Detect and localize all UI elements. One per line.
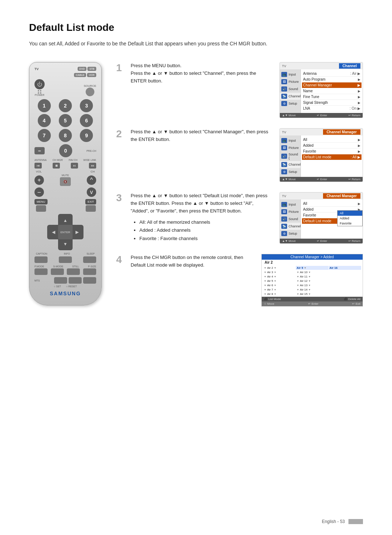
power-button[interactable]: ⏻: [34, 79, 45, 89]
rew-btn[interactable]: ⏮: [34, 163, 42, 169]
grid-cell: ▼ Air 2 ▼: [263, 266, 295, 270]
num-3-btn[interactable]: 3: [80, 99, 93, 112]
grid-cell: Air 9 ▼: [296, 266, 328, 270]
wise-link-label: WISE LINK: [83, 159, 96, 161]
ch-down-btn[interactable]: v: [87, 187, 96, 197]
bullet-added: Added : Added channels: [139, 226, 273, 234]
tv-main-2: All▶ Added▶ Favorite▶ Default List mode:…: [301, 135, 363, 177]
cm-favorite: Favorite▶: [303, 149, 360, 154]
menu-name: Name▶: [303, 88, 360, 94]
vol-down-row: – v: [34, 187, 96, 197]
pmode-btns: [34, 268, 96, 275]
main-layout: TV DVD STB CABLE VCR ⏻: [29, 62, 363, 307]
page-footer: English - 53: [322, 519, 363, 524]
tv-main-1: Antenna: Air ▶ Auto Program▶ Channel Man…: [301, 69, 363, 113]
play-pause-btn[interactable]: ⏯: [71, 163, 78, 169]
tv-body-3: 📺 Input 🖼 Picture 🔊 Sound: [280, 199, 363, 239]
sidebar-channel-active: 📡 Channel: [280, 93, 301, 100]
info-btn[interactable]: [59, 256, 72, 263]
cable-btn[interactable]: CABLE: [74, 73, 86, 77]
smode-btn[interactable]: [51, 268, 64, 275]
page-number: English - 53: [322, 519, 345, 524]
mute-row: + MUTE 🔇 ^: [34, 174, 96, 186]
srs-btn[interactable]: [69, 277, 82, 284]
zero-row: – 0 PRE-CH: [34, 144, 96, 157]
sleep-label: SLEEP: [86, 252, 95, 255]
mts-srs-btns: [54, 277, 96, 284]
sidebar-sound-2: 🔊 Sound {: [280, 151, 301, 161]
step-3: 3 Press the ▲ or ▼ button to select "Def…: [116, 192, 363, 244]
num-5-btn[interactable]: 5: [59, 114, 72, 127]
input-icon-2: 📺: [281, 138, 287, 143]
num-0-btn[interactable]: 0: [59, 144, 72, 157]
power-dots: [38, 90, 41, 94]
step-2-number: 2: [116, 129, 124, 139]
vol-down-btn[interactable]: –: [34, 187, 44, 197]
dpad-right[interactable]: ▶: [71, 225, 83, 239]
sound-icon: 🔊: [281, 86, 287, 92]
menu-exit-row: MENU EXIT: [34, 199, 96, 212]
page-content: Default List mode You can set All, Added…: [0, 0, 392, 328]
sidebar-picture-2: 🖼 Picture: [280, 144, 301, 151]
source-button[interactable]: [86, 88, 94, 96]
picture-icon-3: 🖼: [281, 209, 287, 214]
step-3-content: Press the ▲ or ▼ button to select "Defau…: [131, 192, 273, 243]
ff-btn[interactable]: ⏭: [89, 163, 96, 169]
channel-icon-3: 📡: [281, 224, 287, 229]
menu-antenna: Antenna: Air ▶: [303, 71, 360, 77]
ch-up-btn[interactable]: ^: [87, 175, 96, 185]
tv-sidebar-3: 📺 Input 🖼 Picture 🔊 Sound: [280, 199, 301, 239]
num-8-btn[interactable]: 8: [59, 129, 72, 142]
menu-btn[interactable]: MENU: [34, 199, 48, 204]
psize-btn[interactable]: [83, 268, 96, 275]
smode-label: S-MODE: [53, 265, 63, 268]
num-1-btn[interactable]: 1: [38, 99, 51, 112]
tv-body-1: 📺 Input 🖼 Picture 🔊 Sound: [280, 69, 363, 113]
caption-btn[interactable]: [34, 256, 48, 263]
mute-btn[interactable]: 🔇: [60, 177, 71, 186]
grid-cell: ▼ Air 5 ▼: [263, 279, 295, 283]
remote-cable-vcr-row: CABLE VCR: [34, 73, 96, 77]
dropdown-added: Added: [338, 216, 362, 221]
exit-btn[interactable]: EXIT: [85, 199, 96, 204]
grid-cell: [329, 279, 361, 283]
pre-ch-label: PRE-CH: [86, 150, 96, 152]
step-1-number: 1: [116, 63, 124, 73]
tv-screen-4: Channel Manager > Added Air 2 ▼ Air 2 ▼ …: [261, 254, 363, 307]
fav-ch-label: FAV.CH: [69, 159, 77, 161]
mute-label: MUTE: [62, 174, 69, 177]
dpad-down[interactable]: ▼: [58, 238, 73, 250]
stb-btn[interactable]: STB: [87, 67, 96, 71]
grid-cell: ▼ Air 6 ▼: [263, 283, 295, 287]
enter-btn[interactable]: ENTER: [58, 225, 73, 239]
num-9-btn[interactable]: 9: [80, 129, 93, 142]
mts-btn[interactable]: [54, 277, 67, 284]
num-6-btn[interactable]: 6: [80, 114, 93, 127]
step-1-screen: TV Channel 📺 Input 🖼: [279, 62, 363, 118]
grid-cell: [329, 275, 361, 279]
bullet-favorite: Favorite : Favorite channels: [139, 235, 273, 243]
extra-btn[interactable]: [83, 277, 96, 284]
still-btn[interactable]: [67, 268, 80, 275]
tv-added-title: Air 2: [262, 260, 363, 265]
vol-up-btn[interactable]: +: [34, 175, 44, 185]
num-2-btn[interactable]: 2: [59, 99, 72, 112]
sidebar-input: 📺 Input: [280, 71, 301, 78]
sleep-btn[interactable]: [83, 256, 96, 263]
tv-header-3: Channel Manager: [323, 193, 360, 199]
ch-label: CH: [90, 170, 95, 173]
vcr-btn[interactable]: VCR: [87, 73, 96, 77]
set-reset-row: ○ SET ○ RESET: [34, 285, 96, 288]
tv-header-2: Channel Manager: [323, 129, 360, 135]
num-7-btn[interactable]: 7: [38, 129, 51, 142]
stop-btn[interactable]: ⏹: [53, 163, 60, 169]
dvd-btn[interactable]: DVD: [78, 67, 87, 71]
sidebar-input-3: 📺 Input: [280, 201, 301, 208]
remote-top-row: TV DVD STB: [34, 67, 96, 71]
setup-icon-3: ⚙: [281, 231, 287, 236]
pmode-btn[interactable]: [34, 268, 48, 275]
page-title: Default List mode: [29, 22, 363, 33]
dash-btn[interactable]: –: [34, 147, 45, 154]
num-4-btn[interactable]: 4: [38, 114, 51, 127]
step-2: 2 Press the ▲ or ▼ button to select "Cha…: [116, 128, 363, 182]
